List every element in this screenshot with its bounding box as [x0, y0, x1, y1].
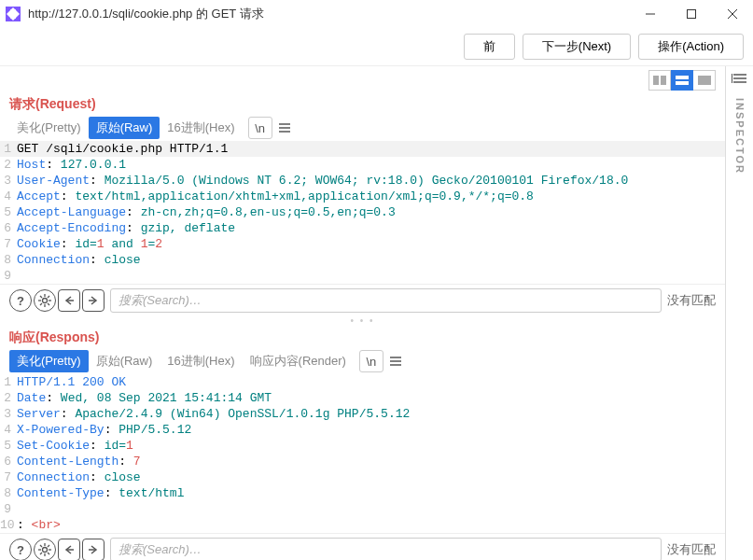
svg-line-13 [48, 296, 49, 298]
request-no-match: 没有匹配 [667, 292, 716, 309]
svg-line-14 [40, 303, 42, 305]
request-prev-button[interactable] [58, 289, 80, 312]
svg-rect-0 [688, 10, 696, 19]
action-label: 操作(Action) [658, 38, 724, 55]
response-no-match: 没有匹配 [667, 541, 716, 558]
response-title: 响应(Respons) [0, 324, 725, 350]
svg-rect-1 [653, 76, 659, 85]
editor-line[interactable]: 2Host: 127.0.0.1 [0, 157, 725, 173]
inspector-label: INSPECTOR [734, 98, 746, 175]
request-panel: 请求(Request) 美化(Pretty) 原始(Raw) 16进制(Hex)… [0, 91, 725, 316]
editor-line[interactable]: 6Accept-Encoding: gzip, deflate [0, 220, 725, 236]
svg-line-11 [40, 296, 42, 298]
request-help-button[interactable]: ? [9, 289, 32, 312]
response-menu-button[interactable] [383, 350, 408, 372]
view-mode-strip [0, 66, 725, 91]
request-next-button[interactable] [82, 289, 105, 312]
response-prev-button[interactable] [58, 539, 80, 560]
editor-line[interactable]: 7Cookie: id=1 and 1=2 [0, 236, 725, 252]
window-controls [630, 0, 753, 28]
request-tabs: 美化(Pretty) 原始(Raw) 16进制(Hex) \n [0, 117, 725, 139]
request-tab-hex[interactable]: 16进制(Hex) [160, 117, 242, 139]
arrow-left-icon [63, 544, 75, 555]
response-tabs: 美化(Pretty) 原始(Raw) 16进制(Hex) 响应内容(Render… [0, 350, 725, 372]
request-tab-raw[interactable]: 原始(Raw) [89, 117, 160, 139]
response-settings-button[interactable] [34, 539, 56, 560]
svg-point-17 [43, 548, 48, 553]
editor-line[interactable]: 9 [0, 268, 725, 284]
editor-line[interactable]: 7Connection: close [0, 469, 725, 485]
editor-line[interactable]: 5Accept-Language: zh-cn,zh;q=0.8,en-us;q… [0, 204, 725, 220]
svg-line-23 [48, 553, 49, 554]
arrow-right-icon [88, 295, 99, 306]
response-editor[interactable]: 1HTTP/1.1 200 OK2Date: Wed, 08 Sep 2021 … [0, 372, 725, 533]
request-title: 请求(Request) [0, 91, 725, 117]
response-footer: ? 搜索(Search)… 没有匹配 [0, 533, 725, 560]
svg-line-24 [48, 545, 49, 547]
editor-line[interactable]: 10: <br> [0, 517, 725, 533]
editor-line[interactable]: 4Accept: text/html,application/xhtml+xml… [0, 189, 725, 204]
editor-line[interactable]: 9 [0, 501, 725, 517]
inspector-toggle-icon[interactable] [732, 72, 748, 89]
editor-line[interactable]: 1HTTP/1.1 200 OK [0, 374, 725, 390]
editor-line[interactable]: 3User-Agent: Mozilla/5.0 (Windows NT 6.2… [0, 173, 725, 189]
svg-point-6 [43, 299, 48, 303]
window-title: http://127.0.0.1/sqli/cookie.php 的 GET 请… [28, 6, 630, 22]
request-search-input[interactable]: 搜索(Search)… [110, 288, 662, 313]
app-icon [6, 7, 21, 21]
request-newline-button[interactable]: \n [248, 117, 272, 139]
arrow-right-icon [88, 544, 99, 555]
response-tab-render[interactable]: 响应内容(Render) [243, 350, 354, 372]
next-label: 下一步(Next) [542, 38, 611, 55]
response-tab-raw[interactable]: 原始(Raw) [89, 350, 160, 372]
next-button[interactable]: 下一步(Next) [523, 34, 631, 60]
editor-line[interactable]: 4X-Powered-By: PHP/5.5.12 [0, 422, 725, 438]
arrow-left-icon [63, 295, 75, 306]
back-button[interactable]: 前 [464, 34, 515, 60]
request-menu-button[interactable] [272, 117, 297, 139]
response-tab-hex[interactable]: 16进制(Hex) [160, 350, 242, 372]
editor-line[interactable]: 2Date: Wed, 08 Sep 2021 15:41:14 GMT [0, 390, 725, 406]
back-label: 前 [483, 38, 495, 55]
top-toolbar: 前 下一步(Next) 操作(Action) [0, 28, 753, 65]
editor-line[interactable]: 8Connection: close [0, 252, 725, 268]
titlebar: http://127.0.0.1/sqli/cookie.php 的 GET 请… [0, 0, 753, 28]
response-next-button[interactable] [82, 539, 105, 560]
action-button[interactable]: 操作(Action) [638, 34, 744, 60]
svg-line-25 [40, 553, 42, 554]
minimize-button[interactable] [630, 0, 671, 28]
response-panel: 响应(Respons) 美化(Pretty) 原始(Raw) 16进制(Hex)… [0, 324, 725, 560]
svg-line-22 [40, 545, 42, 547]
view-split-columns-button[interactable] [648, 70, 671, 91]
editor-line[interactable]: 6Content-Length: 7 [0, 454, 725, 469]
panel-divider[interactable]: • • • [0, 316, 725, 324]
maximize-button[interactable] [671, 0, 712, 28]
editor-line[interactable]: 8Content-Type: text/html [0, 485, 725, 501]
svg-line-12 [48, 303, 49, 305]
gear-icon [38, 294, 51, 307]
request-tab-pretty[interactable]: 美化(Pretty) [9, 117, 89, 139]
response-search-input[interactable]: 搜索(Search)… [110, 538, 662, 560]
editor-line[interactable]: 1GET /sqli/cookie.php HTTP/1.1 [0, 141, 725, 157]
close-button[interactable] [712, 0, 753, 28]
gear-icon [38, 543, 51, 556]
request-editor[interactable]: 1GET /sqli/cookie.php HTTP/1.12Host: 127… [0, 139, 725, 284]
response-newline-button[interactable]: \n [359, 350, 383, 372]
view-split-rows-button[interactable] [671, 70, 693, 91]
svg-rect-4 [676, 81, 689, 85]
editor-line[interactable]: 3Server: Apache/2.4.9 (Win64) OpenSSL/1.… [0, 406, 725, 422]
response-help-button[interactable]: ? [9, 539, 32, 560]
response-tab-pretty[interactable]: 美化(Pretty) [9, 350, 89, 372]
svg-rect-3 [676, 76, 689, 79]
request-footer: ? 搜索(Search)… 没有匹配 [0, 284, 725, 316]
inspector-rail[interactable]: INSPECTOR [725, 66, 753, 560]
svg-rect-2 [661, 76, 666, 85]
view-single-button[interactable] [693, 70, 716, 91]
svg-rect-5 [698, 76, 711, 85]
request-settings-button[interactable] [34, 289, 56, 312]
editor-line[interactable]: 5Set-Cookie: id=1 [0, 438, 725, 454]
